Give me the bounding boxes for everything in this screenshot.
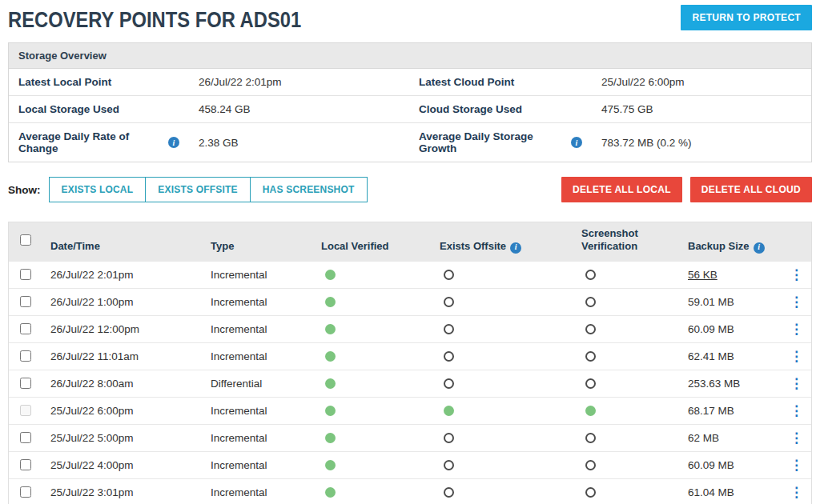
- info-icon[interactable]: i: [168, 137, 179, 148]
- exists-offsite-cell: [432, 262, 573, 288]
- avg-daily-rate-of-change-value: 2.38 GB: [189, 123, 409, 162]
- row-type: Incremental: [203, 262, 313, 288]
- delete-all-local-button[interactable]: DELETE ALL LOCAL: [561, 177, 682, 202]
- latest-local-point-value: 26/Jul/22 2:01pm: [189, 69, 409, 96]
- show-label: Show:: [8, 184, 41, 196]
- row-date-time: 25/Jul/22 5:00pm: [42, 425, 203, 451]
- exists-offsite-indicator: [444, 270, 454, 280]
- local-storage-used-label: Local Storage Used: [9, 96, 189, 123]
- row-actions-cell: ⋮: [782, 262, 811, 288]
- local-verified-indicator: [325, 433, 336, 443]
- table-row: 25/Jul/22 3:01pm Incremental 61.04 MB ⋮: [9, 478, 811, 504]
- kebab-menu-icon[interactable]: ⋮: [785, 484, 808, 501]
- local-verified-cell: [313, 452, 432, 478]
- filter-exists-offsite-button[interactable]: EXISTS OFFSITE: [145, 177, 250, 202]
- exists-offsite-cell: [432, 316, 573, 342]
- backup-size-header-text: Backup Size: [688, 240, 750, 253]
- screenshot-verification-indicator: [585, 324, 596, 334]
- filter-actions-row: Show: EXISTS LOCAL EXISTS OFFSITE HAS SC…: [8, 177, 812, 202]
- screenshot-verification-cell: [573, 343, 680, 370]
- row-checkbox[interactable]: [20, 405, 31, 416]
- row-checkbox-cell: [9, 398, 42, 424]
- filter-exists-local-button[interactable]: EXISTS LOCAL: [49, 177, 147, 202]
- info-icon[interactable]: i: [754, 242, 765, 254]
- screenshot-verification-indicator: [585, 460, 596, 470]
- info-icon[interactable]: i: [571, 137, 582, 148]
- exists-offsite-indicator: [444, 487, 454, 498]
- row-checkbox[interactable]: [20, 350, 31, 362]
- row-checkbox[interactable]: [20, 323, 31, 334]
- show-filter-group: EXISTS LOCAL EXISTS OFFSITE HAS SCREENSH…: [49, 177, 368, 202]
- latest-local-point-label: Latest Local Point: [9, 69, 189, 96]
- row-checkbox[interactable]: [20, 296, 31, 307]
- kebab-menu-icon[interactable]: ⋮: [785, 457, 808, 474]
- row-backup-size: 60.09 MB: [680, 316, 782, 342]
- screenshot-verification-cell: [573, 398, 680, 424]
- row-date-time: 25/Jul/22 6:00pm: [42, 398, 203, 424]
- row-checkbox-cell: [9, 316, 42, 342]
- row-checkbox[interactable]: [20, 269, 31, 280]
- local-storage-used-value: 458.24 GB: [189, 96, 409, 123]
- kebab-menu-icon[interactable]: ⋮: [785, 348, 808, 365]
- recovery-points-table: Date/Time Type Local Verified Exists Off…: [8, 222, 812, 504]
- return-to-protect-button[interactable]: RETURN TO PROTECT: [681, 5, 812, 30]
- table-row: 26/Jul/22 8:00am Differential 253.63 MB …: [9, 370, 811, 397]
- local-verified-indicator: [325, 297, 336, 307]
- screenshot-verification-indicator: [585, 487, 596, 498]
- row-type: Incremental: [203, 316, 313, 342]
- row-type: Incremental: [203, 479, 313, 504]
- screenshot-verification-cell: [573, 316, 680, 342]
- exists-offsite-indicator: [444, 378, 454, 389]
- column-header-actions: [782, 222, 811, 261]
- kebab-menu-icon[interactable]: ⋮: [785, 402, 808, 419]
- row-checkbox[interactable]: [20, 432, 31, 443]
- screenshot-verification-cell: [573, 262, 680, 288]
- select-all-cell: [9, 222, 42, 261]
- screenshot-verification-indicator: [585, 433, 596, 443]
- row-type: Incremental: [203, 452, 313, 478]
- table-row: 26/Jul/22 2:01pm Incremental 56 KB ⋮: [9, 261, 811, 288]
- row-backup-size: 253.63 MB: [680, 370, 782, 397]
- filter-has-screenshot-button[interactable]: HAS SCREENSHOT: [250, 177, 368, 202]
- row-date-time: 26/Jul/22 11:01am: [42, 343, 203, 370]
- local-verified-cell: [313, 343, 432, 370]
- delete-actions: DELETE ALL LOCAL DELETE ALL CLOUD: [561, 177, 812, 202]
- row-actions-cell: ⋮: [782, 479, 811, 504]
- kebab-menu-icon[interactable]: ⋮: [785, 294, 808, 310]
- delete-all-cloud-button[interactable]: DELETE ALL CLOUD: [690, 177, 812, 202]
- row-checkbox[interactable]: [20, 459, 31, 470]
- local-verified-cell: [313, 425, 432, 451]
- exists-offsite-indicator: [444, 351, 454, 362]
- kebab-menu-icon[interactable]: ⋮: [785, 430, 808, 446]
- exists-offsite-header-text: Exists Offsite: [440, 240, 506, 253]
- recovery-points-page: RECOVERY POINTS FOR ADS01 RETURN TO PROT…: [0, 0, 820, 504]
- storage-overview-panel: Storage Overview Latest Local Point 26/J…: [8, 42, 812, 162]
- kebab-menu-icon[interactable]: ⋮: [785, 266, 808, 283]
- row-checkbox[interactable]: [20, 486, 31, 498]
- select-all-checkbox[interactable]: [20, 234, 31, 246]
- local-verified-indicator: [325, 378, 336, 389]
- local-verified-indicator: [325, 324, 336, 334]
- cloud-storage-used-value: 475.75 GB: [592, 96, 811, 123]
- screenshot-verification-indicator: [585, 406, 596, 416]
- kebab-menu-icon[interactable]: ⋮: [785, 375, 808, 392]
- exists-offsite-cell: [432, 343, 573, 370]
- avg-daily-storage-growth-text: Average Daily Storage Growth: [419, 130, 566, 154]
- row-date-time: 26/Jul/22 8:00am: [42, 370, 203, 397]
- local-verified-indicator: [325, 406, 336, 416]
- table-row: 26/Jul/22 12:00pm Incremental 60.09 MB ⋮: [9, 315, 811, 342]
- row-date-time: 25/Jul/22 3:01pm: [42, 479, 203, 504]
- screenshot-verification-indicator: [585, 351, 596, 362]
- exists-offsite-indicator: [444, 433, 454, 443]
- screenshot-verification-cell: [573, 479, 680, 504]
- row-checkbox[interactable]: [20, 378, 31, 389]
- row-actions-cell: ⋮: [782, 425, 811, 451]
- avg-daily-rate-of-change-label: Average Daily Rate of Change i: [9, 123, 189, 162]
- kebab-menu-icon[interactable]: ⋮: [785, 321, 808, 338]
- recovery-table-body: 26/Jul/22 2:01pm Incremental 56 KB ⋮ 26/…: [9, 261, 811, 504]
- screenshot-verification-indicator: [585, 297, 596, 307]
- storage-overview-title: Storage Overview: [9, 43, 811, 69]
- info-icon[interactable]: i: [510, 242, 521, 254]
- column-header-exists-offsite: Exists Offsite i: [432, 222, 573, 261]
- row-checkbox-cell: [9, 479, 42, 504]
